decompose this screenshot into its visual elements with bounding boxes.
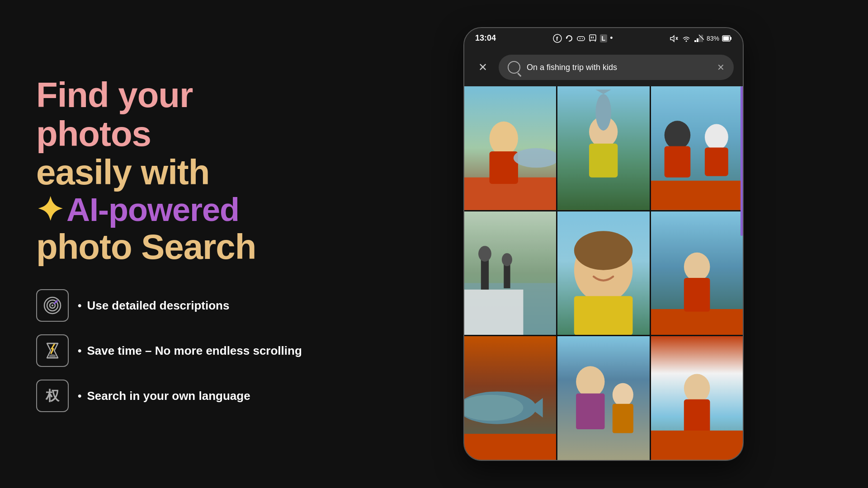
twitch-icon (588, 34, 597, 43)
wifi-icon (681, 34, 691, 43)
features-list: • Use detailed descriptions • (36, 289, 312, 412)
feature-own-language: 权 • Search in your own language (36, 380, 312, 412)
photo-4-svg (464, 211, 556, 335)
status-icons: f L • (553, 33, 613, 43)
headline-text-1: Find your photos (36, 75, 193, 154)
svg-point-66 (464, 395, 523, 421)
phone-mockup: 13:04 f L • (463, 27, 744, 461)
svg-rect-39 (589, 144, 618, 178)
svg-rect-29 (730, 37, 731, 40)
svg-marker-65 (530, 398, 543, 418)
svg-rect-44 (664, 146, 690, 178)
search-input-box[interactable]: On a fishing trip with kids ✕ (499, 55, 734, 80)
mute-icon (670, 34, 679, 43)
photo-1-svg (464, 86, 556, 210)
headline-text-3: AI-powered (66, 192, 239, 228)
svg-marker-41 (596, 89, 612, 94)
svg-rect-25 (699, 37, 701, 42)
svg-rect-48 (464, 211, 556, 335)
svg-rect-24 (697, 38, 698, 42)
left-panel: Find your photos easily with ✦AI-powered… (0, 49, 339, 439)
feature-text-3: • Search in your own language (78, 389, 250, 403)
svg-point-58 (574, 231, 633, 270)
feature-label-1: Use detailed descriptions (87, 299, 229, 313)
search-icon (508, 61, 520, 74)
svg-rect-49 (464, 283, 556, 335)
search-bar-container: ✕ On a fishing trip with kids ✕ (464, 48, 743, 86)
close-outer-icon: ✕ (478, 61, 487, 74)
svg-text:f: f (556, 35, 558, 42)
target-icon (42, 296, 62, 315)
photo-4[interactable] (464, 211, 556, 335)
photo-3-svg (651, 86, 743, 210)
svg-rect-30 (723, 36, 729, 40)
photo-7-svg (464, 336, 556, 460)
svg-rect-23 (694, 40, 696, 42)
photo-5-svg (557, 211, 649, 335)
svg-rect-11 (577, 37, 585, 41)
svg-rect-32 (464, 178, 556, 210)
svg-point-38 (589, 116, 618, 147)
battery-icon (722, 35, 732, 42)
svg-point-33 (490, 122, 518, 155)
svg-point-71 (613, 383, 633, 407)
svg-rect-59 (651, 211, 743, 335)
hourglass-icon (42, 341, 62, 361)
status-time: 13:04 (475, 33, 496, 43)
photo-2[interactable] (557, 86, 649, 210)
svg-point-40 (596, 94, 612, 131)
svg-rect-37 (557, 86, 649, 210)
svg-rect-70 (576, 394, 604, 429)
photo-5[interactable] (557, 211, 649, 335)
svg-rect-46 (705, 147, 728, 176)
photo-1[interactable] (464, 86, 556, 210)
photo-2-svg (557, 86, 649, 210)
status-right: 83% (670, 34, 732, 43)
svg-rect-73 (651, 336, 743, 460)
photo-6[interactable] (651, 211, 743, 335)
search-query-text: On a fishing trip with kids (527, 63, 711, 72)
headline-line3: ✦AI-powered (36, 192, 312, 228)
refresh-icon (565, 34, 574, 43)
svg-rect-57 (574, 296, 633, 335)
feature-no-scrolling: • Save time – No more endless scrolling (36, 334, 312, 367)
svg-point-35 (514, 148, 556, 168)
back-button[interactable]: ✕ (473, 58, 492, 77)
svg-point-22 (685, 40, 687, 42)
svg-rect-34 (490, 151, 518, 184)
photo-7[interactable] (464, 336, 556, 460)
headline-text-4: photo Search (36, 227, 256, 267)
lang-icon: 权 (46, 387, 59, 405)
photos-grid (464, 86, 743, 460)
photo-8[interactable] (557, 336, 649, 460)
svg-line-4 (54, 301, 57, 304)
dot-separator: • (610, 33, 613, 43)
svg-marker-36 (556, 150, 556, 166)
svg-rect-76 (651, 431, 743, 460)
status-bar: 13:04 f L • (464, 28, 743, 48)
svg-point-45 (705, 124, 728, 150)
hourglass-icon-box (36, 334, 69, 367)
svg-rect-31 (464, 86, 556, 210)
svg-point-74 (684, 374, 710, 403)
svg-rect-72 (613, 404, 633, 433)
feature-label-3: Search in your own language (87, 389, 250, 403)
feature-text-2: • Save time – No more endless scrolling (78, 344, 302, 358)
photo-9[interactable] (651, 336, 743, 460)
feature-text-1: • Use detailed descriptions (78, 299, 229, 313)
svg-rect-63 (464, 336, 556, 460)
signal-icon (694, 34, 704, 43)
svg-point-64 (464, 392, 536, 424)
facebook-icon: f (553, 34, 562, 43)
svg-rect-47 (651, 181, 743, 210)
photo-3[interactable] (651, 86, 743, 210)
photo-8-svg (557, 336, 649, 460)
svg-rect-51 (481, 257, 489, 289)
l-badge: L (600, 34, 608, 42)
lang-icon-box: 权 (36, 380, 69, 412)
svg-rect-68 (557, 336, 649, 460)
headline-text-2: easily with (36, 152, 210, 192)
photo-9-svg (651, 336, 743, 460)
clear-search-button[interactable]: ✕ (717, 62, 725, 73)
svg-rect-50 (464, 290, 523, 335)
